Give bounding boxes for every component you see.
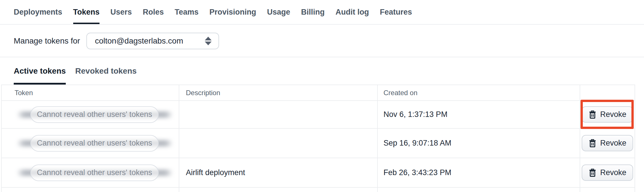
column-header-created-on: Created on <box>378 85 580 100</box>
column-header-token: Token <box>2 85 179 100</box>
token-masked-pill: Cannot reveal other users' tokens <box>30 164 159 181</box>
token-cell: Cannot reveal other users' tokens <box>2 101 179 128</box>
table-row-partial <box>2 188 635 192</box>
revoke-button[interactable]: Revoke <box>582 135 633 151</box>
tab-provisioning[interactable]: Provisioning <box>209 0 256 24</box>
actions-cell: Revoke <box>580 158 635 187</box>
tab-tokens[interactable]: Tokens <box>73 0 100 24</box>
table-row: Cannot reveal other users' tokens Airlif… <box>2 158 635 188</box>
user-select[interactable]: colton@dagsterlabs.com <box>86 33 219 49</box>
trash-icon <box>589 110 597 119</box>
settings-tab-bar: Deployments Tokens Users Roles Teams Pro… <box>0 0 644 25</box>
description-cell: Airlift deployment <box>179 158 378 187</box>
revoke-button-label: Revoke <box>600 168 627 177</box>
tab-usage[interactable]: Usage <box>267 0 290 24</box>
tab-deployments[interactable]: Deployments <box>14 0 62 24</box>
created-on-cell: Sep 16, 9:07:18 AM <box>378 129 580 158</box>
revoke-button[interactable]: Revoke <box>582 164 633 181</box>
tab-revoked-tokens[interactable]: Revoked tokens <box>75 57 137 85</box>
column-header-description: Description <box>179 85 378 100</box>
tab-features[interactable]: Features <box>380 0 412 24</box>
token-masked-pill: Cannot reveal other users' tokens <box>30 135 159 152</box>
actions-cell: Revoke <box>580 129 635 158</box>
user-select-value: colton@dagsterlabs.com <box>95 36 183 46</box>
token-cell: Cannot reveal other users' tokens <box>2 129 179 158</box>
created-on-cell: Nov 6, 1:37:13 PM <box>378 101 580 128</box>
revoke-button[interactable]: Revoke <box>582 106 633 123</box>
revoke-button-label: Revoke <box>600 139 627 148</box>
tab-audit-log[interactable]: Audit log <box>335 0 369 24</box>
manage-tokens-label: Manage tokens for <box>14 36 80 46</box>
created-on-cell: Feb 26, 3:43:23 PM <box>378 158 580 187</box>
tab-users[interactable]: Users <box>110 0 132 24</box>
description-cell <box>179 101 378 128</box>
token-masked-pill: Cannot reveal other users' tokens <box>30 106 159 123</box>
revoke-button-label: Revoke <box>600 110 627 119</box>
table-header-row: Token Description Created on <box>2 85 635 101</box>
actions-cell: Revoke <box>580 101 635 128</box>
trash-icon <box>589 169 597 177</box>
trash-icon <box>589 139 597 148</box>
manage-tokens-section: Manage tokens for colton@dagsterlabs.com <box>0 25 644 57</box>
tab-billing[interactable]: Billing <box>301 0 325 24</box>
tokens-table: Token Description Created on Cannot reve… <box>1 85 635 192</box>
token-state-tab-bar: Active tokens Revoked tokens <box>0 57 644 85</box>
tab-roles[interactable]: Roles <box>143 0 164 24</box>
column-header-actions <box>580 85 635 100</box>
table-row: Cannot reveal other users' tokens Nov 6,… <box>2 101 635 129</box>
description-cell <box>179 129 378 158</box>
tab-teams[interactable]: Teams <box>175 0 199 24</box>
token-cell: Cannot reveal other users' tokens <box>2 158 179 187</box>
table-row: Cannot reveal other users' tokens Sep 16… <box>2 129 635 158</box>
updown-caret-icon <box>205 37 212 45</box>
tab-active-tokens[interactable]: Active tokens <box>14 57 66 85</box>
